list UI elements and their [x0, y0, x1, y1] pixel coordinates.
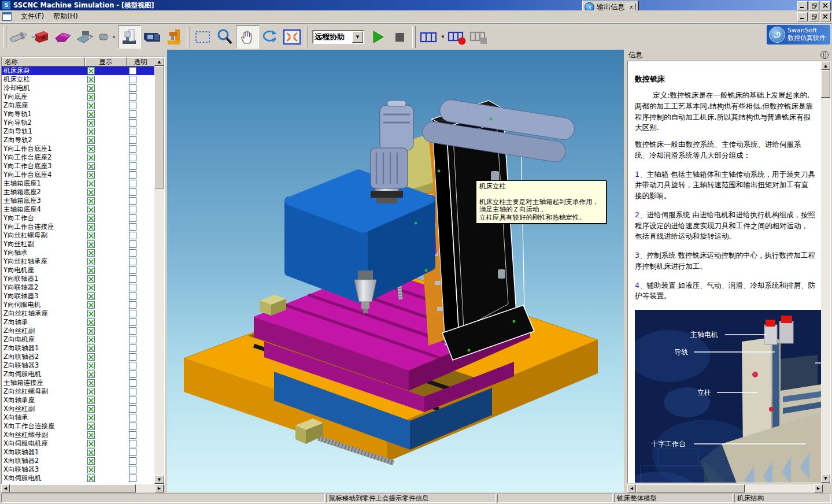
column-header-show[interactable]: 显示 [85, 57, 127, 66]
remote-assist-combobox[interactable]: 远程协助 [312, 30, 364, 44]
show-checkbox[interactable] [87, 76, 95, 83]
part-row[interactable]: Z向联轴器3 [2, 361, 154, 370]
toolbar-button-record[interactable] [446, 26, 468, 48]
transparent-checkbox[interactable] [129, 449, 136, 456]
show-checkbox[interactable] [87, 128, 95, 135]
column-header-name[interactable]: 名称 [2, 57, 85, 66]
globe-icon[interactable] [820, 51, 829, 59]
show-checkbox[interactable] [87, 466, 95, 473]
show-checkbox[interactable] [87, 206, 95, 213]
part-row[interactable]: Z向丝杠螺母副 [2, 387, 154, 396]
show-checkbox[interactable] [87, 301, 95, 309]
show-checkbox[interactable] [87, 214, 95, 222]
toolbar-button-stop-record[interactable] [468, 26, 490, 48]
transparent-checkbox[interactable] [129, 258, 136, 265]
transparent-checkbox[interactable] [129, 67, 136, 75]
show-checkbox[interactable] [87, 336, 95, 343]
combobox-dropdown-icon[interactable] [352, 31, 363, 43]
part-row[interactable]: Y向丝杠轴承座 [2, 257, 154, 266]
transparent-checkbox[interactable] [129, 414, 136, 421]
show-checkbox[interactable] [87, 249, 95, 257]
part-row[interactable]: 主轴箱底座2 [2, 188, 154, 197]
part-row[interactable]: X向伺服电机座 [2, 439, 154, 448]
transparent-checkbox[interactable] [129, 93, 136, 101]
toolbar-button-spindle-part[interactable] [8, 26, 30, 48]
part-row[interactable]: X向丝杠副 [2, 405, 154, 413]
part-row[interactable]: Y向工作台连接座 [2, 223, 154, 231]
transparent-checkbox[interactable] [129, 110, 136, 118]
scroll-down-button[interactable] [821, 474, 830, 483]
transparent-checkbox[interactable] [129, 84, 136, 92]
toolbar-button-vertical-mill[interactable] [118, 25, 141, 49]
transparent-checkbox[interactable] [129, 284, 136, 291]
transparent-checkbox[interactable] [129, 310, 136, 317]
part-row[interactable]: X向联轴器2 [2, 457, 154, 465]
show-checkbox[interactable] [87, 154, 95, 161]
part-row[interactable]: Z向轴承 [2, 318, 154, 327]
transparent-checkbox[interactable] [129, 353, 136, 361]
menu-help[interactable]: 帮助(H) [49, 10, 82, 23]
toolbar-grip[interactable] [305, 26, 308, 48]
part-row[interactable]: Y向工作台底座4 [2, 171, 154, 179]
transparent-checkbox[interactable] [129, 249, 136, 257]
part-row[interactable]: 主轴箱连接座 [2, 379, 154, 387]
transparent-checkbox[interactable] [129, 327, 136, 335]
toolbar-button-machine-bed[interactable] [74, 26, 96, 48]
scroll-left-button[interactable] [627, 484, 636, 492]
show-checkbox[interactable] [87, 475, 95, 482]
transparent-checkbox[interactable] [129, 232, 136, 239]
transparent-checkbox[interactable] [129, 396, 136, 404]
toolbar-button-rotate[interactable] [259, 26, 281, 48]
part-row[interactable]: Y向工作台底座3 [2, 162, 154, 171]
part-row[interactable]: Y向联轴器1 [2, 275, 154, 283]
child-restore-button[interactable] [809, 12, 819, 21]
part-row[interactable]: Y向轴承 [2, 249, 154, 257]
part-row[interactable]: X向轴承座 [2, 396, 154, 405]
show-checkbox[interactable] [87, 327, 95, 335]
transparent-checkbox[interactable] [129, 275, 136, 283]
minimize-button[interactable] [797, 1, 808, 10]
part-row[interactable]: Y向联轴器2 [2, 283, 154, 292]
transparent-checkbox[interactable] [129, 136, 136, 144]
scroll-up-button[interactable] [821, 61, 830, 70]
toolbar-grip[interactable] [3, 26, 6, 48]
show-checkbox[interactable] [87, 388, 95, 395]
transparent-checkbox[interactable] [129, 423, 136, 430]
show-checkbox[interactable] [87, 188, 95, 196]
scroll-thumb[interactable] [10, 484, 136, 492]
show-checkbox[interactable] [87, 379, 95, 387]
toolbar-button-play[interactable] [367, 26, 389, 48]
toolbar-button-fit-view[interactable] [281, 26, 303, 48]
show-checkbox[interactable] [87, 67, 95, 75]
show-checkbox[interactable] [87, 223, 95, 231]
part-row[interactable]: X向轴承 [2, 413, 154, 422]
toolbar-button-select[interactable] [192, 26, 214, 48]
transparent-checkbox[interactable] [129, 457, 136, 465]
scroll-thumb[interactable] [821, 70, 830, 98]
part-row[interactable]: Y向联轴器3 [2, 292, 154, 301]
show-checkbox[interactable] [87, 414, 95, 421]
show-checkbox[interactable] [87, 258, 95, 265]
model-viewport[interactable]: 机床立柱 机床立柱主要是对主轴箱起到支承作用， 满足主轴的Ｚ向运动， 立柱应具有… [167, 50, 624, 492]
transparent-checkbox[interactable] [129, 145, 136, 153]
transparent-checkbox[interactable] [129, 344, 136, 352]
transparent-checkbox[interactable] [129, 301, 136, 309]
transparent-checkbox[interactable] [129, 171, 136, 179]
show-checkbox[interactable] [87, 232, 95, 239]
restore-button[interactable] [809, 1, 819, 10]
part-row[interactable]: 机床立柱 [2, 75, 154, 84]
scroll-up-button[interactable] [154, 57, 164, 66]
show-checkbox[interactable] [87, 318, 95, 326]
film-dropdown-icon[interactable] [439, 26, 446, 48]
transparent-checkbox[interactable] [129, 362, 136, 369]
part-row[interactable]: 主轴箱底座4 [2, 205, 154, 214]
transparent-checkbox[interactable] [129, 188, 136, 196]
part-row[interactable]: Y向工作台底座2 [2, 153, 154, 162]
toolbar-grip[interactable] [187, 26, 190, 48]
scroll-down-button[interactable] [154, 475, 164, 484]
toolbar-button-zoom[interactable] [214, 26, 236, 48]
show-checkbox[interactable] [87, 284, 95, 291]
show-checkbox[interactable] [87, 119, 95, 127]
child-close-button[interactable] [820, 12, 831, 21]
transparent-checkbox[interactable] [129, 180, 136, 187]
